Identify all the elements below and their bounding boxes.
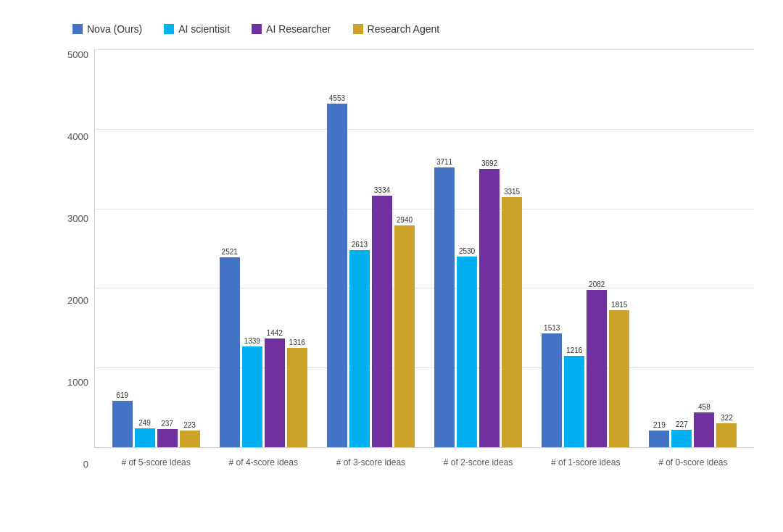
bar-3-nova [434,167,455,447]
bar-wrapper-1-research-agent: 1316 [287,338,307,447]
bar-wrapper-3-ai-scientist: 2530 [457,247,477,447]
bar-label-1-ai-scientist: 1339 [244,337,260,345]
legend-label-nova: Nova (Ours) [87,23,142,35]
bar-wrapper-5-ai-scientist: 227 [671,420,692,447]
bar-label-5-ai-scientist: 227 [676,420,688,428]
bar-1-ai-scientist [242,346,262,447]
bar-1-research-agent [287,348,307,447]
bar-group-3: 3711253036923315 [434,158,522,447]
bar-1-nova [220,257,240,447]
bar-4-research-agent [609,310,629,447]
bar-label-5-research-agent: 322 [721,414,733,422]
bar-4-ai-scientist [564,356,584,447]
chart-legend: Nova (Ours) AI scientisit AI Researcher … [58,23,754,35]
bar-label-5-ai-researcher: 458 [698,403,710,411]
bar-wrapper-2-research-agent: 2940 [394,216,415,447]
bar-2-research-agent [394,225,415,447]
y-label-5000: 5000 [58,49,94,60]
legend-item-ai-scientist: AI scientisit [164,23,230,35]
bar-group-5: 219227458322 [649,403,737,447]
bar-label-3-ai-scientist: 2530 [459,247,475,255]
bar-wrapper-2-ai-researcher: 3334 [372,186,392,447]
group-bars-2: 4553261333342940 [327,94,415,447]
bar-label-3-nova: 3711 [436,158,452,166]
x-labels: # of 5-score ideas# of 4-score ideas# of… [95,457,754,467]
bar-3-ai-scientist [457,257,477,447]
y-axis: 010002000300040005000 [58,49,94,470]
plot-area: 6192492372232521133914421316455326133334… [94,49,754,448]
bars-area: 6192492372232521133914421316455326133334… [95,49,754,447]
bar-label-0-research-agent: 223 [183,421,196,429]
bar-3-research-agent [502,197,522,447]
bar-wrapper-1-ai-scientist: 1339 [242,337,262,447]
bar-label-3-ai-researcher: 3692 [481,159,497,167]
bar-label-4-ai-scientist: 1216 [566,346,582,354]
group-bars-1: 2521133914421316 [220,248,307,447]
bar-0-ai-researcher [157,429,178,447]
bar-label-0-ai-researcher: 237 [161,420,173,428]
group-bars-5: 219227458322 [649,403,737,447]
bar-5-nova [649,431,669,447]
bar-wrapper-4-ai-researcher: 2082 [587,280,607,447]
legend-swatch-ai-scientist [164,24,174,34]
y-label-3000: 3000 [58,213,94,224]
bar-5-research-agent [716,423,737,447]
group-bars-3: 3711253036923315 [434,158,522,447]
chart-area: 010002000300040005000 619249237223252113… [58,49,754,470]
bar-wrapper-0-nova: 619 [112,391,133,447]
x-label-5: # of 0-score ideas [650,457,737,467]
bar-wrapper-4-nova: 1513 [542,324,562,447]
bar-wrapper-3-nova: 3711 [434,158,455,447]
bar-0-research-agent [180,431,200,447]
bar-wrapper-3-research-agent: 3315 [502,188,522,447]
bar-2-ai-scientist [349,250,370,447]
legend-item-nova: Nova (Ours) [72,23,142,35]
x-label-1: # of 4-score ideas [220,457,307,467]
bar-wrapper-0-ai-scientist: 249 [135,419,155,447]
bar-5-ai-researcher [694,412,714,447]
bar-label-1-research-agent: 1316 [289,338,305,346]
bar-label-0-nova: 619 [116,391,128,399]
bar-label-0-ai-scientist: 249 [138,419,151,427]
bar-1-ai-researcher [265,338,285,447]
y-label-0: 0 [58,459,94,470]
x-label-0: # of 5-score ideas [112,457,199,467]
y-label-2000: 2000 [58,295,94,306]
y-label-1000: 1000 [58,377,94,388]
bar-4-ai-researcher [587,290,607,447]
x-label-4: # of 1-score ideas [542,457,629,467]
x-label-3: # of 2-score ideas [435,457,522,467]
bar-label-2-nova: 4553 [329,94,345,102]
bar-label-3-research-agent: 3315 [504,188,520,196]
y-label-4000: 4000 [58,131,94,142]
bar-group-2: 4553261333342940 [327,94,415,447]
bar-label-1-nova: 2521 [222,248,238,256]
bar-label-2-ai-scientist: 2613 [352,241,368,249]
bar-label-5-nova: 219 [653,421,666,429]
group-bars-4: 1513121620821815 [542,280,629,447]
bar-label-1-ai-researcher: 1442 [267,329,283,337]
bar-label-4-nova: 1513 [544,324,560,332]
bar-wrapper-5-nova: 219 [649,421,669,447]
legend-label-research-agent: Research Agent [368,23,440,35]
bar-4-nova [542,333,562,447]
bar-0-nova [112,401,133,447]
bar-wrapper-5-ai-researcher: 458 [694,403,714,447]
bar-wrapper-4-research-agent: 1815 [609,301,629,447]
legend-item-research-agent: Research Agent [353,23,440,35]
bar-label-4-ai-researcher: 2082 [589,280,605,288]
legend-swatch-ai-researcher [252,24,262,34]
bar-label-2-research-agent: 2940 [397,216,413,224]
group-bars-0: 619249237223 [112,391,200,447]
bar-wrapper-0-research-agent: 223 [180,421,200,447]
legend-label-ai-researcher: AI Researcher [266,23,331,35]
bar-wrapper-1-ai-researcher: 1442 [265,329,285,447]
bar-group-1: 2521133914421316 [220,248,307,447]
bar-wrapper-0-ai-researcher: 237 [157,420,178,447]
bar-2-ai-researcher [372,196,392,447]
bar-label-2-ai-researcher: 3334 [374,186,390,194]
bar-label-4-research-agent: 1815 [611,301,627,309]
bar-wrapper-3-ai-researcher: 3692 [479,159,500,447]
bar-wrapper-4-ai-scientist: 1216 [564,346,584,447]
bar-0-ai-scientist [135,428,155,447]
